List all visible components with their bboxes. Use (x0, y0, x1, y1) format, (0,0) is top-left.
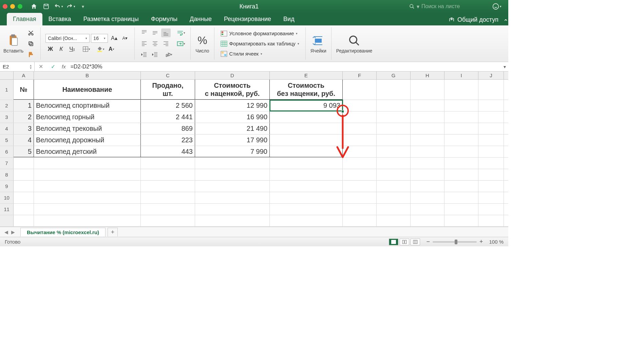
cell[interactable]: Велосипед трековый (34, 123, 141, 134)
cell[interactable] (34, 169, 141, 180)
zoom-in-button[interactable]: + (479, 238, 483, 245)
underline-button[interactable]: Ч▾ (67, 45, 77, 54)
cell[interactable] (411, 111, 444, 123)
cell[interactable] (411, 100, 444, 111)
cancel-formula-icon[interactable]: ✕ (35, 63, 47, 70)
view-normal-icon[interactable] (389, 239, 398, 245)
cell[interactable] (411, 123, 444, 134)
row-header[interactable]: 11 (0, 204, 14, 215)
cell[interactable] (377, 123, 411, 134)
align-bottom-icon[interactable] (161, 28, 171, 37)
row-header[interactable]: 3 (0, 111, 14, 123)
cell[interactable] (411, 181, 444, 192)
paste-button[interactable]: Вставить (3, 34, 23, 54)
collapse-ribbon-icon[interactable]: ⌃ (503, 18, 508, 25)
accept-formula-icon[interactable]: ✓ (47, 63, 59, 70)
save-icon[interactable] (40, 2, 52, 11)
row-header[interactable]: 10 (0, 192, 14, 203)
search-box[interactable]: ▾ Поиск на листе (409, 3, 484, 10)
row-header[interactable]: 6 (0, 146, 14, 157)
cell[interactable] (270, 204, 343, 215)
cell[interactable] (411, 80, 444, 100)
cell[interactable] (343, 111, 377, 123)
cell[interactable] (478, 204, 504, 215)
zoom-out-button[interactable]: − (426, 238, 430, 245)
column-header[interactable]: D (195, 71, 270, 79)
cell[interactable]: 1 (14, 100, 34, 111)
cells-button[interactable]: Ячейки (310, 34, 326, 54)
cell[interactable] (195, 169, 270, 180)
share-button[interactable]: Общий доступ (444, 14, 503, 25)
cell[interactable] (343, 181, 377, 192)
cell[interactable]: 7 990 (195, 146, 270, 157)
row-header[interactable]: 4 (0, 123, 14, 134)
align-center-icon[interactable] (150, 39, 160, 48)
cell[interactable] (478, 100, 504, 111)
cell[interactable] (14, 204, 34, 215)
cell[interactable] (270, 215, 343, 226)
cell[interactable] (141, 215, 195, 226)
cell[interactable] (270, 192, 343, 203)
column-header[interactable]: E (270, 71, 343, 79)
cell[interactable] (14, 169, 34, 180)
align-right-icon[interactable] (161, 39, 171, 48)
cell[interactable] (411, 135, 444, 146)
prev-sheet-icon[interactable]: ◀ (3, 229, 10, 235)
cell[interactable]: Велосипед горный (34, 111, 141, 123)
cell[interactable]: 2 560 (141, 100, 195, 111)
cell[interactable] (270, 135, 343, 146)
cell[interactable] (343, 204, 377, 215)
cell[interactable] (411, 146, 444, 157)
italic-button[interactable]: К (56, 45, 66, 54)
cell[interactable] (377, 169, 411, 180)
conditional-formatting-button[interactable]: Условное форматирование▾ (219, 30, 301, 37)
bold-button[interactable]: Ж (45, 45, 55, 54)
cell[interactable] (34, 204, 141, 215)
font-size-select[interactable]: 16▾ (91, 34, 108, 43)
tab-review[interactable]: Рецензирование (218, 13, 277, 25)
cell[interactable] (343, 80, 377, 100)
cell[interactable] (34, 181, 141, 192)
cell[interactable] (444, 100, 478, 111)
column-header[interactable]: A (14, 71, 34, 79)
name-box[interactable]: E2 ▴▾ (0, 62, 35, 71)
cell[interactable] (444, 215, 478, 226)
cell[interactable] (34, 158, 141, 169)
cell[interactable] (270, 146, 343, 157)
cell[interactable] (377, 146, 411, 157)
cell[interactable] (195, 158, 270, 169)
format-painter-icon[interactable] (26, 50, 36, 59)
tab-layout[interactable]: Разметка страницы (77, 13, 145, 25)
cell[interactable] (478, 158, 504, 169)
cell[interactable] (377, 204, 411, 215)
cell[interactable] (444, 111, 478, 123)
cell[interactable] (343, 123, 377, 134)
row-header[interactable]: 5 (0, 135, 14, 146)
cell[interactable]: 2 441 (141, 111, 195, 123)
table-header-cell[interactable]: № (14, 80, 34, 100)
cell[interactable] (14, 158, 34, 169)
cell[interactable] (377, 80, 411, 100)
minimize-window-button[interactable] (10, 4, 15, 9)
cell[interactable] (377, 181, 411, 192)
cell[interactable] (377, 192, 411, 203)
fill-color-icon[interactable]: ▾ (96, 45, 105, 54)
cell[interactable]: 12 990 (195, 100, 270, 111)
number-format-button[interactable]: % Число (195, 34, 209, 54)
cell[interactable] (444, 146, 478, 157)
cell[interactable] (444, 135, 478, 146)
cell[interactable] (14, 181, 34, 192)
cell[interactable] (377, 135, 411, 146)
cell[interactable] (141, 158, 195, 169)
decrease-indent-icon[interactable] (139, 50, 149, 59)
cell[interactable] (141, 192, 195, 203)
cell[interactable]: 443 (141, 146, 195, 157)
fx-icon[interactable]: fx (59, 64, 69, 69)
cell[interactable]: 16 990 (195, 111, 270, 123)
cell[interactable] (478, 80, 504, 100)
cell[interactable] (195, 215, 270, 226)
cell[interactable] (343, 169, 377, 180)
row-header[interactable]: 8 (0, 169, 14, 180)
cell[interactable]: 17 990 (195, 135, 270, 146)
column-header[interactable]: I (444, 71, 478, 79)
